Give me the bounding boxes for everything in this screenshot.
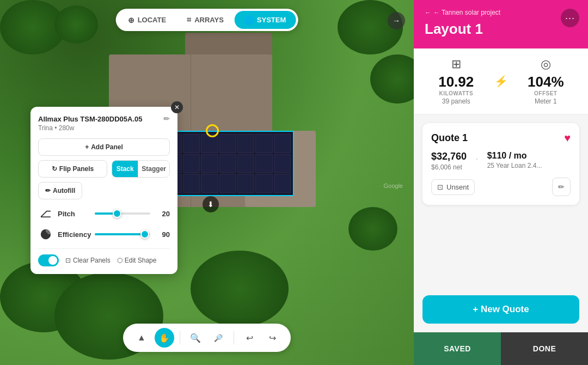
solar-panel <box>183 154 200 173</box>
unsent-badge: ⊡ Unsent <box>431 179 475 195</box>
panel-actions-row: + Add Panel <box>38 138 170 156</box>
stats-row: ⊞ 10.92 KILOWATTS 39 panels ⚡ ◎ 104% OFF… <box>414 48 588 114</box>
redo-button[interactable]: ↪ <box>262 328 282 348</box>
nav-arrow-right[interactable]: → <box>388 12 405 29</box>
undo-icon: ↩ <box>246 333 253 343</box>
toggle-switch[interactable] <box>38 254 59 266</box>
toggle-thumb <box>48 256 57 265</box>
plus-icon: + <box>85 143 89 151</box>
arrays-nav-button[interactable]: ⌗ ARRAYS <box>177 11 234 29</box>
stack-stagger-control: Stack Stagger <box>112 160 170 178</box>
flip-panels-button[interactable]: ↻ Flip Panels <box>38 160 107 178</box>
locate-nav-button[interactable]: ⊕ LOCATE <box>118 11 176 29</box>
price-dot: · <box>475 152 479 165</box>
tree-cluster <box>348 207 397 251</box>
efficiency-slider-row: Efficiency 90 <box>38 227 170 242</box>
offset-unit: OFFSET <box>514 90 578 96</box>
solar-panel <box>201 154 218 173</box>
zoom-out-icon: 🔎 <box>214 334 223 342</box>
saved-button[interactable]: SAVED <box>414 332 501 365</box>
quote-section: Quote 1 ♥ $32,760 $6,006 net · $110 / mo… <box>414 114 588 295</box>
heart-icon[interactable]: ♥ <box>564 132 571 144</box>
zoom-in-button[interactable]: 🔍 <box>186 328 205 348</box>
lightning-icon: ⚡ <box>488 75 514 88</box>
stack-button[interactable]: Stack <box>112 161 138 177</box>
quote-edit-button[interactable]: ✏ <box>552 178 571 196</box>
pitch-track[interactable] <box>95 212 150 215</box>
bottom-toolbar: ▲ ✋ 🔍 🔎 ↩ ↪ <box>123 324 291 352</box>
panel-footer: ⊡ Clear Panels ⬡ Edit Shape <box>38 248 170 266</box>
panel-actions-row2: ↻ Flip Panels Stack Stagger <box>38 160 170 178</box>
back-label: ← Tannen solar project <box>433 9 500 16</box>
autofill-label: Autofill <box>53 187 75 194</box>
quote-card: Quote 1 ♥ $32,760 $6,006 net · $110 / mo… <box>422 123 579 205</box>
zoom-out-button[interactable]: 🔎 <box>209 328 228 348</box>
hand-tool-button[interactable]: ✋ <box>155 328 174 348</box>
edit-shape-icon: ⬡ <box>117 257 122 264</box>
array-handle[interactable] <box>206 124 219 137</box>
panels-count: 39 panels <box>425 98 488 105</box>
offset-stat: ◎ 104% OFFSET Meter 1 <box>514 57 578 105</box>
stagger-button[interactable]: Stagger <box>138 161 169 177</box>
solar-panel <box>274 134 291 153</box>
add-panel-label: Add Panel <box>91 143 123 151</box>
flip-icon: ↻ <box>52 165 57 173</box>
efficiency-track[interactable] <box>95 233 150 235</box>
arrays-label: ARRAYS <box>194 16 224 24</box>
system-icon: 🌐 <box>244 16 254 25</box>
quote-loan: 25 Year Loan 2.4... <box>487 162 542 169</box>
bottom-actions: SAVED DONE <box>414 332 588 365</box>
panel-close-button[interactable]: ✕ <box>171 101 183 113</box>
quote-price-main: $32,760 <box>431 151 467 162</box>
clear-panels-button[interactable]: ⊡ Clear Panels <box>65 257 111 264</box>
pitch-value: 20 <box>155 210 170 218</box>
array-download-button[interactable]: ⬇ <box>203 196 219 212</box>
undo-button[interactable]: ↩ <box>240 328 259 348</box>
system-nav-button[interactable]: 🌐 SYSTEM <box>235 11 296 29</box>
pitch-thumb[interactable] <box>113 209 121 218</box>
solar-panel <box>255 174 272 193</box>
quote-pricing: $32,760 $6,006 net · $110 / mo 25 Year L… <box>431 151 571 171</box>
google-watermark: Google <box>384 182 403 189</box>
add-panel-button[interactable]: + Add Panel <box>38 138 170 156</box>
solar-panel <box>237 154 254 173</box>
clear-panels-label: Clear Panels <box>73 257 111 264</box>
map-area[interactable]: ⬇ Google ⊕ LOCATE ⌗ ARRAYS 🌐 SYSTEM → ✕ … <box>0 0 414 365</box>
solar-panel <box>219 174 236 193</box>
cursor-tool-button[interactable]: ▲ <box>132 328 151 348</box>
zoom-in-icon: 🔍 <box>190 333 201 343</box>
solar-panel <box>237 134 254 153</box>
pitch-slider-row: Pitch 20 <box>38 206 170 221</box>
efficiency-fill <box>95 233 145 235</box>
panel-edit-icon[interactable]: ✏ <box>163 114 170 123</box>
system-label: SYSTEM <box>257 16 286 24</box>
solar-panel <box>274 154 291 173</box>
more-options-button[interactable]: ··· <box>561 9 579 27</box>
quote-price-block: $32,760 $6,006 net <box>431 151 467 171</box>
new-quote-button[interactable]: + New Quote <box>422 295 579 324</box>
unsent-icon: ⊡ <box>437 183 443 191</box>
svg-point-2 <box>44 232 47 236</box>
arrays-icon: ⌗ <box>187 15 191 25</box>
kilowatts-stat: ⊞ 10.92 KILOWATTS 39 panels <box>425 57 488 105</box>
autofill-button[interactable]: ✏ Autofill <box>38 182 82 199</box>
right-panel: ← ← Tannen solar project Layout 1 ··· ⊞ … <box>414 0 588 365</box>
quote-monthly: $110 / mo <box>487 151 542 161</box>
layout-title: Layout 1 <box>425 21 577 38</box>
clear-icon: ⊡ <box>65 257 71 264</box>
quote-status-row: ⊡ Unsent ✏ <box>431 178 571 196</box>
edit-shape-button[interactable]: ⬡ Edit Shape <box>117 257 157 264</box>
efficiency-icon <box>38 227 53 242</box>
hand-icon: ✋ <box>159 333 170 343</box>
back-link[interactable]: ← ← Tannen solar project <box>425 9 577 16</box>
offset-icon: ◎ <box>514 57 578 71</box>
top-navigation: ⊕ LOCATE ⌗ ARRAYS 🌐 SYSTEM <box>116 9 298 31</box>
solar-panel <box>219 154 236 173</box>
quote-card-header: Quote 1 ♥ <box>431 132 571 144</box>
solar-panel-icon: ⊞ <box>425 57 488 71</box>
panel-card: ✕ Allmax Plus TSM-280DD05A.05 ✏ Trina • … <box>30 107 177 274</box>
done-button[interactable]: DONE <box>501 332 588 365</box>
offset-value: 104% <box>514 74 578 90</box>
pitch-label: Pitch <box>58 210 90 218</box>
efficiency-thumb[interactable] <box>140 230 149 239</box>
